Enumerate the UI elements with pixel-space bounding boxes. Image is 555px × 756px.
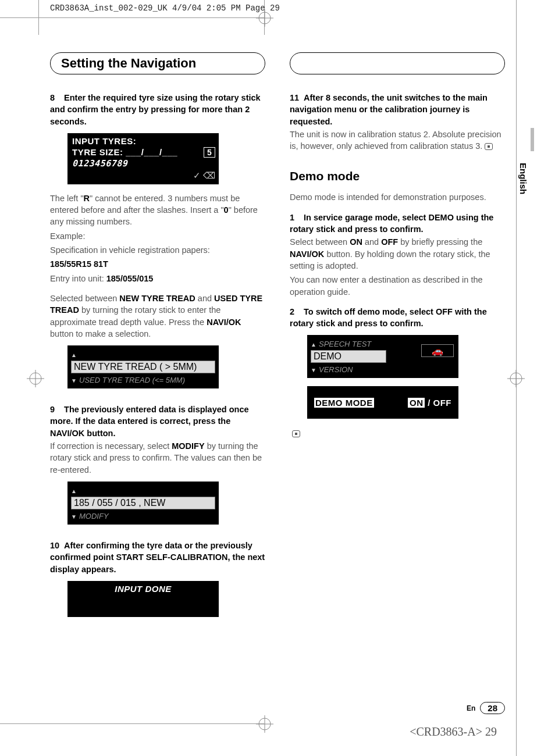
lcd-demo-mode: DEMO MODE ON / OFF [307,386,458,419]
svg-point-3 [30,373,41,384]
tyre-format-note: The left "R" cannot be entered. 3 number… [50,192,265,228]
lcd-confirm: ▲ 185 / 055 / 015 , NEW ▼MODIFY [67,482,219,525]
section-header-right [290,52,505,74]
left-column: Setting the Navigation 8 Enter the requi… [50,52,265,625]
step-10: 10 After confirming the tyre data or the… [50,540,265,575]
right-column: 11 After 8 seconds, the unit switches to… [290,52,505,625]
modify-note: If correction is necessary, select MODIF… [50,440,265,476]
tread-select-note: Selected between NEW TYRE TREAD and USED… [50,293,265,340]
section-title: Setting the Navigation [61,56,196,71]
page-content: English Setting the Navigation 8 Enter t… [50,52,505,709]
page-footer: En 28 [467,702,505,714]
lcd-tyre-tread: ▲ NEW TYRE TREAD ( > 5MM) ▼USED TYRE TRE… [67,345,219,388]
demo-on-off-note: Select between ON and OFF by briefly pre… [290,236,505,272]
page-indicator-box: 5 [204,147,215,158]
step-8: 8 Enter the required tyre size using the… [50,92,265,127]
lcd-footer-icons: ✓ ⌫ [71,169,215,181]
car-wrench-icon: 🚗 [421,344,454,357]
document-id-footer: <CRD3863-A> 29 [410,725,497,739]
side-color-bar [531,128,534,151]
lcd-input-done: INPUT DONE [67,581,219,617]
calibration-note: The unit is now in calibration status 2.… [290,129,505,152]
lcd-demo-menu: ▲SPEECH TEST DEMO ▼VERSION 🚗 [307,335,458,378]
lcd-input-tyres: INPUT TYRES: TYRE SIZE: ___/___/___ 0123… [67,133,219,184]
stop-icon [485,143,493,150]
demo-step-1: 1 In service garage mode, select DEMO us… [290,212,505,236]
section-header-left: Setting the Navigation [50,52,265,74]
svg-point-9 [510,373,522,384]
svg-point-0 [259,12,271,24]
stop-icon [292,430,300,437]
page-number: 28 [480,702,505,714]
step-11: 11 After 8 seconds, the unit switches to… [290,92,505,127]
step-9: 9 The previously entered data is display… [50,404,265,439]
print-slug: CRD3863A_inst_002-029_UK 4/9/04 2:05 PM … [50,3,280,13]
demo-mode-heading: Demo mode [290,169,505,183]
svg-point-6 [259,718,271,730]
language-tab: English [518,163,528,194]
entry-into-unit: Entry into unit: 185/055/015 [50,273,265,284]
end-icon [292,427,505,438]
demo-step-2: 2 To switch off demo mode, select OFF wi… [290,306,505,330]
